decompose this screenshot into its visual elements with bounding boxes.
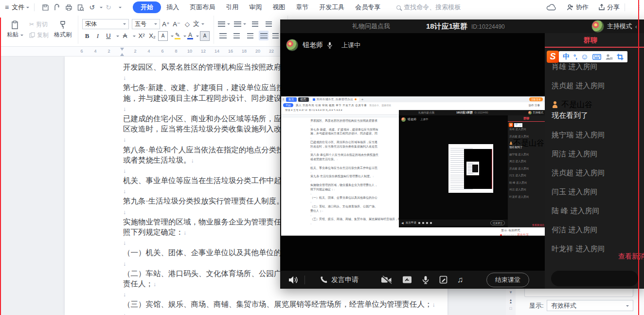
- paste-button[interactable]: 粘贴: [4, 20, 26, 39]
- print-button[interactable]: [63, 2, 74, 13]
- chat-system-message: 洪贞超 进入房间: [552, 81, 642, 90]
- italic-button[interactable]: I: [93, 31, 103, 41]
- share-screen-icon[interactable]: [402, 276, 412, 284]
- font-size-select[interactable]: 五号: [132, 19, 160, 29]
- music-icon[interactable]: ♫: [457, 275, 464, 285]
- customize-toolbar-icon[interactable]: [114, 2, 126, 13]
- ribbon-tab-2[interactable]: 页面布局: [184, 0, 220, 15]
- edit-board-icon[interactable]: [439, 276, 447, 284]
- previous-page-icon[interactable]: ▴▴: [510, 298, 512, 303]
- decrease-indent-button[interactable]: [250, 19, 260, 29]
- font-color-button[interactable]: A: [187, 33, 193, 39]
- host-mode-group[interactable]: 主持模式 ‹: [591, 20, 637, 33]
- view-new-messages-link[interactable]: 查看新消息: [618, 252, 644, 261]
- mini-docer-tab[interactable]: 稻壳: [298, 97, 309, 102]
- numbered-list-button[interactable]: [234, 19, 246, 29]
- copy-button[interactable]: 复制: [29, 31, 49, 39]
- justify-button[interactable]: [259, 31, 268, 40]
- teacher-avatar[interactable]: [286, 39, 298, 51]
- emoji-icon[interactable]: ☺: [581, 53, 589, 61]
- cut-button[interactable]: ✂ 剪切: [29, 20, 49, 29]
- ribbon-tab-7[interactable]: 开发工具: [314, 0, 350, 15]
- undo-dropdown-icon[interactable]: [100, 7, 103, 10]
- ime-mode-chinese[interactable]: 中: [563, 53, 570, 61]
- save-button[interactable]: [39, 2, 51, 13]
- chevron-left-icon[interactable]: ‹: [635, 23, 637, 30]
- classroom-titlebar[interactable]: 礼物问题点我 18计应1班群 ID:10224490 主持模式 ‹: [280, 19, 644, 33]
- nested-teacher-avatar: [401, 117, 406, 122]
- format-painter-button[interactable]: 格式刷: [52, 20, 74, 39]
- superscript-button[interactable]: X²: [137, 31, 146, 41]
- export-pdf-button[interactable]: [51, 2, 63, 13]
- align-right-button[interactable]: [245, 31, 255, 40]
- titlebar-actions: 协作 分享 ⋮: [545, 2, 642, 13]
- mini-new-tab-button[interactable]: +: [361, 97, 364, 102]
- chat-tab-group[interactable]: 群聊: [584, 36, 597, 45]
- print-preview-button[interactable]: [74, 2, 86, 13]
- speak-request-button[interactable]: 发言申请: [320, 276, 358, 284]
- ribbon-tab-3[interactable]: 引用: [220, 0, 244, 15]
- mic-control-icon[interactable]: [422, 276, 429, 284]
- chat-input[interactable]: [551, 271, 638, 286]
- indent-marker[interactable]: [120, 48, 125, 56]
- user-settings-icon[interactable]: [605, 54, 613, 60]
- ribbon-tab-8[interactable]: 会员专享: [350, 0, 386, 15]
- mini-login-button[interactable]: 访客登录: [529, 97, 543, 101]
- chat-message-list[interactable]: 肖雄 进入房间洪贞超 进入房间不是山谷现在看到了姚宁瑞 进入房间周洁 进入房间洪…: [552, 62, 642, 263]
- decrease-font-button[interactable]: A⁻: [172, 19, 181, 29]
- browse-object-icon[interactable]: □: [510, 307, 512, 311]
- chevron-down-icon: [26, 7, 29, 10]
- hamburger-menu-icon[interactable]: ≡: [5, 3, 9, 11]
- chat-user-name: 不是山谷: [513, 142, 544, 145]
- share-button[interactable]: 分享: [598, 3, 620, 12]
- camera-off-icon[interactable]: [381, 276, 393, 284]
- show-label: 显示:: [529, 301, 544, 310]
- gift-link[interactable]: 礼物问题点我: [352, 22, 390, 31]
- ribbon-tab-4[interactable]: 审阅: [244, 0, 267, 15]
- keyboard-icon[interactable]: [592, 54, 601, 60]
- command-search[interactable]: 查找命令、搜索模板: [396, 3, 461, 12]
- search-placeholder: 查找命令、搜索模板: [404, 3, 461, 12]
- pinyin-guide-button[interactable]: 文: [193, 19, 204, 29]
- sogou-logo-icon[interactable]: S: [547, 51, 559, 63]
- screenshot-crop-icon[interactable]: [617, 54, 624, 60]
- subscript-button[interactable]: X₂: [147, 31, 157, 41]
- align-left-button[interactable]: [218, 31, 228, 40]
- chat-user-name: 不是山谷: [561, 100, 592, 109]
- bullet-list-button[interactable]: [218, 19, 230, 29]
- increase-indent-button[interactable]: [264, 19, 273, 29]
- end-class-button[interactable]: 结束课堂: [486, 273, 529, 287]
- speaker-icon[interactable]: [288, 276, 299, 284]
- mini-home-tab[interactable]: 首页: [286, 97, 297, 102]
- style-listbox[interactable]: [524, 289, 633, 297]
- underline-button[interactable]: U: [104, 31, 113, 41]
- styles-task-pane: 显示: 有效样式: [516, 289, 644, 315]
- file-menu[interactable]: 文件: [12, 3, 24, 12]
- teacher-row: 钮老师 上课中: [286, 39, 360, 51]
- scroll-down-icon[interactable]: ▾: [510, 290, 512, 295]
- avatar[interactable]: [591, 20, 604, 33]
- increase-font-button[interactable]: A⁺: [161, 19, 171, 29]
- cloud-sync-icon[interactable]: [545, 2, 557, 13]
- undo-button[interactable]: ↺: [86, 2, 98, 13]
- chat-message-text: 现在看到了: [552, 111, 642, 120]
- mini-document-tab[interactable]: 郑州市城市生..分类管理办法: [310, 97, 359, 102]
- ribbon-tab-5[interactable]: 视图: [267, 0, 290, 15]
- collaborate-button[interactable]: 协作: [567, 3, 589, 12]
- ribbon-tab-6[interactable]: 章节: [290, 0, 314, 15]
- char-shading-button[interactable]: A: [200, 31, 210, 41]
- font-name-select[interactable]: 宋体: [82, 19, 129, 29]
- highlight-color-button[interactable]: ✎: [175, 33, 180, 39]
- ribbon-tab-0[interactable]: 开始: [133, 1, 161, 13]
- nested-chat-panel: 群聊 S 中☺ 肖雄 进入房间洪贞超 进入房间不是山谷现在看到了姚宁瑞 进入房间…: [508, 115, 545, 227]
- align-center-button[interactable]: [232, 31, 241, 40]
- paragraph-group: [214, 16, 288, 44]
- char-border-button[interactable]: A: [158, 31, 168, 41]
- ribbon-tab-1[interactable]: 插入: [161, 0, 184, 15]
- redo-button[interactable]: ↻: [103, 2, 114, 13]
- ime-punctuation-icon[interactable]: °,: [573, 53, 577, 60]
- bold-button[interactable]: B: [82, 31, 92, 41]
- style-filter-select[interactable]: 有效样式: [547, 300, 633, 311]
- clear-format-button[interactable]: ◇: [182, 19, 192, 29]
- strikethrough-button[interactable]: A: [120, 31, 130, 41]
